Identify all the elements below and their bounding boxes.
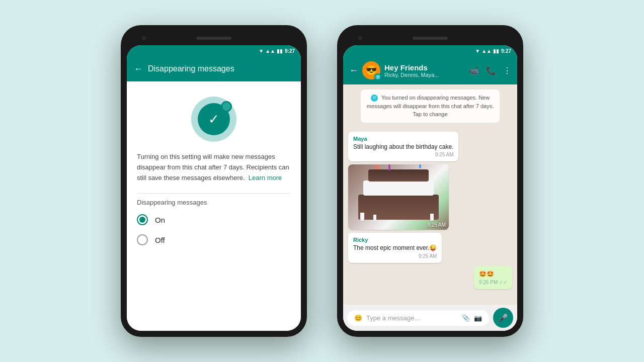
chat-avatar: 😎 ⏱	[362, 61, 380, 79]
phone-2-notch	[343, 31, 517, 45]
cake-image-art: 9:25 AM	[348, 164, 449, 230]
radio-off-outer	[137, 234, 148, 245]
radio-on-label: On	[155, 216, 165, 224]
learn-more-link[interactable]: Learn more	[249, 174, 282, 182]
message-time-sent: 9:26 PM ✓✓	[479, 280, 507, 285]
radio-on-inner	[139, 217, 145, 223]
check-icon: ✓	[208, 112, 219, 127]
back-button-2[interactable]: ←	[349, 65, 358, 76]
status-bar-1: ▼ ▲▲ ▮▮ 9:27	[127, 45, 301, 56]
message-ricky-text: Ricky The most epic moment ever.😜 9:25 A…	[348, 233, 442, 263]
toolbar-title-1: Disappearing messages	[148, 64, 294, 73]
phone-1-screen: ▼ ▲▲ ▮▮ 9:27 ← Disappearing messages ✓	[127, 45, 301, 331]
message-sender-maya: Maya	[353, 136, 453, 142]
phones-container: ▼ ▲▲ ▮▮ 9:27 ← Disappearing messages ✓	[121, 25, 523, 337]
timer-inner: ✓	[198, 103, 230, 135]
phone-2-screen: ▼ ▲▲ ▮▮ 9:27 ← 😎 ⏱ Hey Friends Ricky, De…	[343, 45, 517, 331]
battery-icon-2: ▮▮	[493, 48, 499, 54]
chat-group-members: Ricky, Dennis, Maya...	[384, 72, 465, 78]
status-time-2: 9:27	[501, 48, 511, 54]
radio-on-outer	[137, 214, 148, 225]
message-sender-ricky: Ricky	[353, 237, 437, 243]
phone-2-speaker	[413, 37, 448, 40]
message-text-ricky: The most epic moment ever.😜	[353, 244, 437, 252]
divider-1	[137, 193, 291, 194]
avatar-timer-badge: ⏱	[374, 73, 381, 80]
chat-group-name: Hey Friends	[384, 63, 465, 72]
system-message-text: You turned on disappearing messages. New…	[367, 95, 494, 117]
phone-1-notch	[127, 31, 301, 45]
radio-off-option[interactable]: Off	[137, 234, 291, 245]
phone-1-speaker	[196, 37, 231, 40]
chat-info: Hey Friends Ricky, Dennis, Maya...	[384, 63, 465, 78]
description-text: Turning on this setting will make new me…	[137, 152, 291, 183]
signal-icon: ▲▲	[265, 48, 275, 54]
image-time-overlay: 9:25 AM	[427, 222, 446, 228]
chat-input-bar: 😊 Type a message... 📎 📷 🎤	[343, 305, 517, 331]
message-ticks: ✓✓	[499, 280, 507, 285]
cake-visual: 9:25 AM	[348, 164, 449, 230]
voice-call-icon[interactable]: 📞	[486, 66, 496, 75]
emoji-icon[interactable]: 😊	[354, 314, 362, 322]
section-label: Disappearing messages	[137, 199, 291, 206]
chat-input-placeholder[interactable]: Type a message...	[366, 314, 458, 322]
more-options-icon[interactable]: ⋮	[503, 66, 511, 75]
toolbar-1: ← Disappearing messages	[127, 56, 301, 81]
phone-2-camera	[358, 36, 362, 40]
attach-icon[interactable]: 📎	[462, 314, 470, 322]
radio-off-label: Off	[155, 236, 165, 244]
phone-2: ▼ ▲▲ ▮▮ 9:27 ← 😎 ⏱ Hey Friends Ricky, De…	[337, 25, 523, 337]
back-button-1[interactable]: ←	[134, 64, 143, 74]
phone-1: ▼ ▲▲ ▮▮ 9:27 ← Disappearing messages ✓	[121, 25, 307, 337]
battery-icon: ▮▮	[277, 48, 283, 54]
radio-on-option[interactable]: On	[137, 214, 291, 225]
status-bar-2: ▼ ▲▲ ▮▮ 9:27	[343, 45, 517, 56]
disappearing-settings-content: ✓ Turning on this setting will make new …	[127, 81, 301, 331]
message-text-sent: 🤩🤩	[479, 270, 507, 279]
status-icons-1: ▼ ▲▲ ▮▮	[259, 48, 283, 54]
status-icons-2: ▼ ▲▲ ▮▮	[475, 48, 499, 54]
message-sent-emoji: 🤩🤩 9:26 PM ✓✓	[474, 266, 512, 289]
video-call-icon[interactable]: 📹	[469, 66, 479, 75]
mic-icon: 🎤	[498, 313, 508, 323]
camera-icon[interactable]: 📷	[474, 314, 482, 322]
mic-button[interactable]: 🎤	[493, 308, 513, 328]
chat-input-box[interactable]: 😊 Type a message... 📎 📷	[347, 310, 489, 326]
message-text-maya: Still laughing about the birthday cake.	[353, 143, 453, 151]
message-maya-text: Maya Still laughing about the birthday c…	[348, 132, 458, 162]
messages-area: Maya Still laughing about the birthday c…	[343, 128, 517, 305]
timer-circle: ✓	[191, 97, 236, 142]
system-message-icon: ⏱	[371, 95, 378, 102]
wifi-icon-2: ▼	[475, 48, 480, 54]
message-cake-image: 9:25 AM	[348, 164, 449, 230]
system-message[interactable]: ⏱ You turned on disappearing messages. N…	[361, 89, 500, 123]
message-time-ricky: 9:25 AM	[353, 253, 437, 259]
chat-action-icons: 📹 📞 ⋮	[469, 66, 511, 75]
status-time-1: 9:27	[285, 48, 295, 54]
message-time-maya: 9:25 AM	[353, 152, 453, 157]
wifi-icon: ▼	[259, 48, 264, 54]
timer-arc	[221, 101, 232, 112]
signal-icon-2: ▲▲	[481, 48, 492, 54]
chat-body: ⏱ You turned on disappearing messages. N…	[343, 84, 517, 331]
timer-icon-container: ✓	[137, 97, 291, 142]
chat-toolbar: ← 😎 ⏱ Hey Friends Ricky, Dennis, Maya...…	[343, 56, 517, 84]
phone-1-camera	[142, 36, 146, 40]
